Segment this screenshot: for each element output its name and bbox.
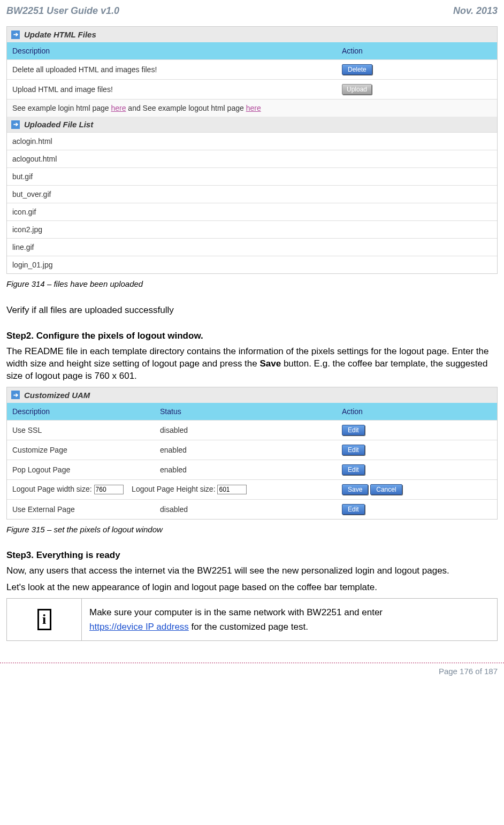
- arrow-right-icon: ➔: [11, 30, 20, 39]
- col-description: Description: [7, 403, 155, 421]
- device-ip-link[interactable]: https://device IP address: [89, 622, 189, 632]
- file-name: icon2.jpg: [7, 221, 497, 239]
- panel-header: ➔ Update HTML Files: [7, 27, 497, 42]
- table-row: Upload HTML and image files! Upload: [7, 80, 497, 100]
- info-note: i Make sure your computer is in the same…: [6, 598, 498, 641]
- table-row: Customize Page enabled Edit: [7, 440, 497, 460]
- see-example-row: See example login html page here and See…: [7, 100, 497, 117]
- save-button[interactable]: Save: [342, 484, 368, 495]
- table-row: Use External Page disabled Edit: [7, 499, 497, 519]
- edit-button[interactable]: Edit: [342, 504, 365, 515]
- info-icon: i: [37, 609, 51, 630]
- list-item: line.gif: [7, 239, 497, 256]
- row-desc: Upload HTML and image files!: [7, 80, 337, 100]
- file-name: icon.gif: [7, 203, 497, 221]
- file-name: but.gif: [7, 168, 497, 186]
- table-row: Delete all uploaded HTML and images file…: [7, 60, 497, 80]
- arrow-right-icon: ➔: [11, 120, 20, 129]
- file-name: aclogout.html: [7, 150, 497, 168]
- see-mid: and See example logout html page: [126, 104, 246, 112]
- customized-uam-panel: ➔ Customized UAM Description Status Acti…: [6, 387, 498, 520]
- logout-example-link[interactable]: here: [246, 104, 261, 112]
- list-item: icon.gif: [7, 203, 497, 221]
- list-item: aclogout.html: [7, 150, 497, 168]
- logout-size-row: Logout Page width size: Logout Page Heig…: [7, 479, 497, 499]
- step3-title: Step3. Everything is ready: [6, 550, 498, 561]
- table-row: Use SSL disabled Edit: [7, 420, 497, 440]
- note-line2: for the customized page test.: [189, 622, 308, 632]
- step2-para: The README file in each template directo…: [6, 346, 498, 383]
- file-name: line.gif: [7, 239, 497, 256]
- panel-header: ➔ Uploaded File List: [7, 117, 497, 132]
- cancel-button[interactable]: Cancel: [370, 484, 402, 495]
- panel-title: Update HTML Files: [24, 30, 96, 39]
- file-name: login_01.jpg: [7, 256, 497, 274]
- height-label: Logout Page Height size:: [132, 485, 215, 493]
- row-desc: Delete all uploaded HTML and images file…: [7, 60, 337, 80]
- step3-para1: Now, any users that access the internet …: [6, 565, 498, 577]
- step3-para2: Let's look at the new appearance of logi…: [6, 582, 498, 594]
- verify-text: Verify if all files are uploaded success…: [6, 304, 498, 317]
- height-input[interactable]: [217, 485, 247, 494]
- step2-title: Step2. Configure the pixels of logout wi…: [6, 331, 498, 341]
- delete-button[interactable]: Delete: [342, 64, 372, 75]
- see-prefix: See example login html page: [12, 104, 111, 112]
- col-description: Description: [7, 42, 337, 60]
- file-name: aclogin.html: [7, 133, 497, 150]
- col-status: Status: [155, 403, 337, 421]
- note-line1: Make sure your computer is in the same n…: [89, 605, 383, 620]
- col-action: Action: [337, 42, 497, 60]
- figure-caption: Figure 315 – set the pixels of logout wi…: [6, 525, 498, 534]
- doc-title: BW2251 User Guide v1.0: [6, 5, 119, 17]
- info-icon-cell: i: [7, 599, 82, 640]
- list-item: but_over.gif: [7, 186, 497, 203]
- list-item: aclogin.html: [7, 133, 497, 150]
- edit-button[interactable]: Edit: [342, 445, 365, 455]
- panel-title: Customized UAM: [24, 391, 90, 400]
- list-item: but.gif: [7, 168, 497, 186]
- edit-button[interactable]: Edit: [342, 464, 365, 475]
- col-action: Action: [337, 403, 497, 421]
- edit-button[interactable]: Edit: [342, 425, 365, 436]
- upload-button[interactable]: Upload: [342, 84, 372, 95]
- table-row: Pop Logout Page enabled Edit: [7, 460, 497, 479]
- width-label: Logout Page width size:: [12, 485, 92, 493]
- login-example-link[interactable]: here: [111, 104, 126, 112]
- list-item: login_01.jpg: [7, 256, 497, 274]
- update-html-panel: ➔ Update HTML Files Description Action D…: [6, 26, 498, 274]
- figure-caption: Figure 314 – files have been uploaded: [6, 279, 498, 288]
- panel-header: ➔ Customized UAM: [7, 387, 497, 403]
- doc-date: Nov. 2013: [453, 5, 498, 17]
- page-number: Page 176 of 187: [0, 663, 504, 686]
- list-item: icon2.jpg: [7, 221, 497, 239]
- file-name: but_over.gif: [7, 186, 497, 203]
- width-input[interactable]: [94, 485, 124, 494]
- panel-title: Uploaded File List: [24, 120, 93, 129]
- arrow-right-icon: ➔: [11, 391, 20, 399]
